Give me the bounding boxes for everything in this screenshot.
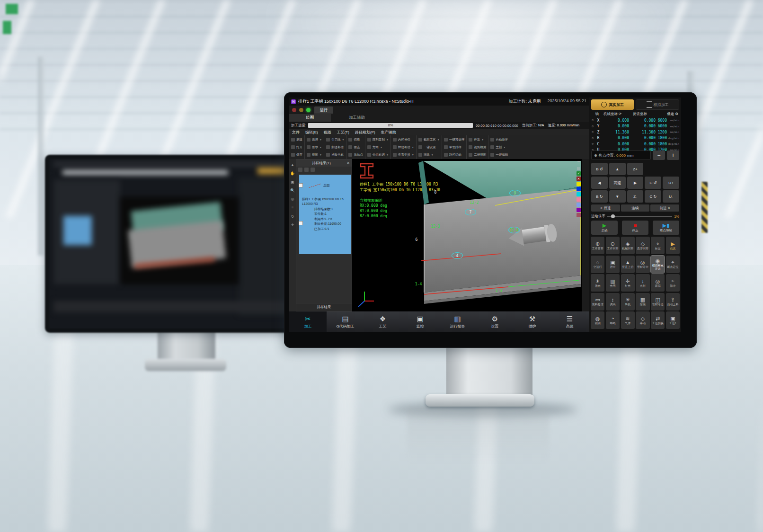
- toolbar-button[interactable]: 方向▼: [367, 144, 389, 151]
- color-swatch-lightblue[interactable]: [577, 203, 581, 207]
- axis-zero-icon[interactable]: ⊙: [590, 118, 595, 122]
- jog-◀[interactable]: ◀: [591, 177, 608, 189]
- bottom-tab-高级[interactable]: ☰高级: [551, 311, 588, 332]
- zoom-icon[interactable]: 🔍: [290, 188, 295, 193]
- jog-B ↻[interactable]: B ↻: [591, 190, 608, 203]
- toolbar-button[interactable]: 视角检测: [469, 144, 486, 151]
- func-模拟断点寻边[interactable]: ◉模拟断点寻边: [651, 256, 665, 273]
- orbit-icon[interactable]: ◎: [291, 197, 294, 201]
- toolbar-button[interactable]: 微连: [348, 144, 363, 151]
- tree-item-part[interactable]: 排样1 工字钢 150x100 D6 T6 L12000 R3: [302, 197, 350, 207]
- fit-view-icon[interactable]: ▣: [291, 180, 294, 184]
- func-红光[interactable]: ✛红光: [621, 274, 635, 292]
- func-激光[interactable]: ☀激光: [591, 274, 604, 292]
- func-工位切换[interactable]: ⇄工位切换: [651, 311, 665, 329]
- feed-override-slider[interactable]: [607, 216, 672, 217]
- jog-Z+[interactable]: Z+: [627, 163, 644, 175]
- toolbar-button[interactable]: 新建: [291, 136, 302, 143]
- measure-icon[interactable]: ⌗: [292, 205, 294, 210]
- func-尾料处理[interactable]: ▭尾料处理: [591, 293, 604, 310]
- control-启动[interactable]: ▶启动: [591, 221, 618, 235]
- expand-icon[interactable]: [298, 168, 302, 172]
- pan-hand-icon[interactable]: ✋: [290, 171, 295, 176]
- jog-▲[interactable]: ▲: [609, 163, 626, 175]
- menu-item-5[interactable]: 生产辅助: [381, 130, 396, 135]
- toolbar-button[interactable]: 切断: [348, 136, 363, 143]
- bottom-tab-加工[interactable]: ✂加工: [289, 311, 327, 332]
- toolbar-button[interactable]: 一键编辑: [490, 151, 508, 158]
- speed-gear-icon[interactable]: ⚙: [675, 112, 678, 116]
- jog-C ↻[interactable]: C ↻: [645, 190, 661, 203]
- toolbar-button[interactable]: 视图▼: [307, 151, 322, 158]
- func-居中[interactable]: ▣居中: [606, 256, 620, 273]
- menu-item-1[interactable]: 编辑(E): [305, 130, 318, 135]
- func-调高[interactable]: ↕调高: [606, 293, 620, 310]
- func-机械回零[interactable]: ◈机械回零: [621, 237, 635, 254]
- rotate-icon[interactable]: ↻: [291, 214, 294, 219]
- color-swatch-blue[interactable]: [577, 187, 581, 191]
- menu-item-4[interactable]: 路径规划(P): [355, 130, 375, 135]
- menu-item-3[interactable]: 工艺(T): [337, 130, 349, 135]
- color-swatch-purple[interactable]: [577, 208, 581, 212]
- func-竖直上抬[interactable]: ▲竖直上抬: [621, 256, 635, 273]
- toolbar-button[interactable]: 二维视图: [469, 151, 486, 158]
- toolbar-button[interactable]: 打开: [291, 144, 302, 151]
- crosshair-icon[interactable]: ✛: [291, 223, 294, 227]
- tree-checkbox[interactable]: [299, 183, 303, 187]
- mode-tab-模拟加工[interactable]: 模拟加工: [636, 99, 679, 110]
- toolbar-button[interactable]: 单管排样: [444, 144, 465, 151]
- legend-icon[interactable]: ▤: [577, 166, 581, 170]
- confirm-icon[interactable]: ✓: [577, 171, 581, 176]
- run-tab[interactable]: 运行: [314, 106, 333, 114]
- func-管材寻中[interactable]: ◎管材寻中: [636, 256, 649, 273]
- tree-checkbox[interactable]: [299, 221, 303, 225]
- toolbar-button[interactable]: 保存: [291, 151, 302, 158]
- cancel-icon[interactable]: ✕: [577, 177, 581, 181]
- toolbar-button[interactable]: 阵列复制▼: [367, 136, 389, 143]
- slider-knob[interactable]: [611, 214, 615, 218]
- refresh-icon[interactable]: [304, 168, 309, 172]
- toolbar-button[interactable]: 一键设置: [418, 144, 440, 151]
- func-蜂鸣[interactable]: ◔蜂鸣: [606, 311, 620, 329]
- bottom-tab-运行报告[interactable]: ▥运行报告: [439, 311, 476, 332]
- select-cursor-icon[interactable]: ▲: [291, 163, 294, 167]
- jog-▼[interactable]: ▼: [609, 190, 626, 203]
- toolbar-button[interactable]: 路径运动: [444, 151, 465, 158]
- func-管材寻边[interactable]: ◫管材寻边: [651, 293, 665, 310]
- func-手动[interactable]: ◇手动: [636, 311, 649, 329]
- color-swatch-maroon[interactable]: [577, 213, 581, 217]
- func-跟踪[interactable]: ◎跟踪: [651, 274, 665, 292]
- func-工位1[interactable]: ▣工位1: [666, 311, 680, 329]
- toolbar-button[interactable]: 选择▼: [307, 136, 322, 143]
- toolbar-button[interactable]: 拾取坐标: [326, 151, 344, 158]
- toolbar-button[interactable]: 主割▼: [490, 144, 508, 151]
- panel-bottom-tab[interactable]: 排样结果: [296, 303, 352, 311]
- toolbar-button[interactable]: 涂抹点: [348, 151, 363, 158]
- toolbar-button[interactable]: 一键预处理: [444, 136, 465, 143]
- toolbar-button[interactable]: 停靠▼: [469, 136, 486, 143]
- axis-zero-icon[interactable]: ⊙: [590, 142, 595, 146]
- jog-高速[interactable]: 高速: [609, 177, 626, 189]
- jog-B ↺[interactable]: B ↺: [591, 163, 608, 175]
- axis-zero-icon[interactable]: ⊙: [590, 136, 595, 140]
- toolbar-button[interactable]: 自动排序: [490, 136, 508, 143]
- axis-zero-icon[interactable]: ⊙: [590, 124, 595, 128]
- toolbar-button[interactable]: 分组标记▼: [367, 151, 389, 158]
- 3d-viewport[interactable]: 排样1 工字钢 150x100 D6 T6 L12000 R3 工字钢 宽150…: [352, 159, 582, 311]
- func-断点定位[interactable]: ⌖断点定位: [666, 256, 680, 273]
- mode-tab-真实加工[interactable]: 真实加工: [591, 99, 634, 110]
- func-仿真[interactable]: ▶仿真: [666, 237, 680, 254]
- jog-U-[interactable]: U-: [663, 190, 679, 203]
- func-工件回零[interactable]: ⊙工件回零: [606, 237, 620, 254]
- func-自动上料[interactable]: ⇪自动上料: [666, 293, 680, 310]
- tab-draw[interactable]: 绘图: [289, 114, 331, 122]
- transport-后退[interactable]: «后退: [591, 204, 620, 212]
- layers-icon[interactable]: [311, 168, 315, 172]
- sync-icon[interactable]: ⟳: [619, 112, 621, 116]
- toolbar-button[interactable]: 截面工艺▼: [418, 136, 440, 143]
- menu-item-2[interactable]: 视图: [324, 130, 331, 135]
- color-swatch-cyan[interactable]: [577, 192, 581, 196]
- tab-machining-assist[interactable]: 加工辅助: [331, 114, 383, 122]
- focus-plus-button[interactable]: +: [667, 151, 679, 160]
- func-点射[interactable]: ↓点射: [636, 274, 649, 292]
